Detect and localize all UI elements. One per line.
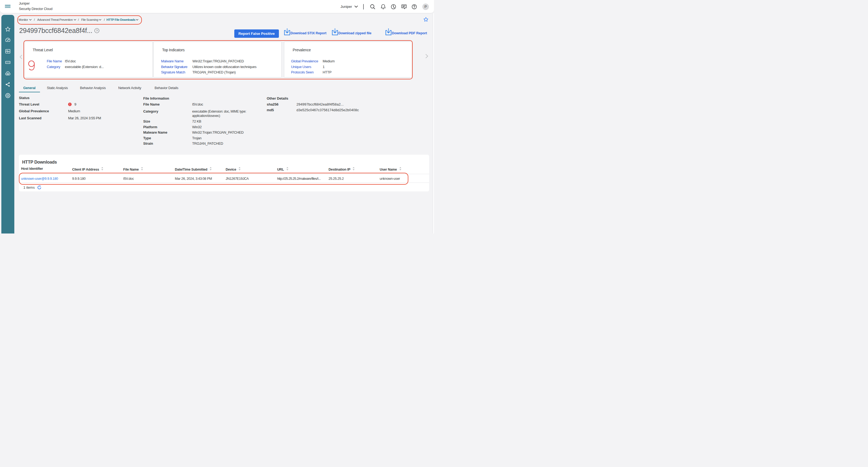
svg-text:?: ? bbox=[96, 29, 98, 32]
